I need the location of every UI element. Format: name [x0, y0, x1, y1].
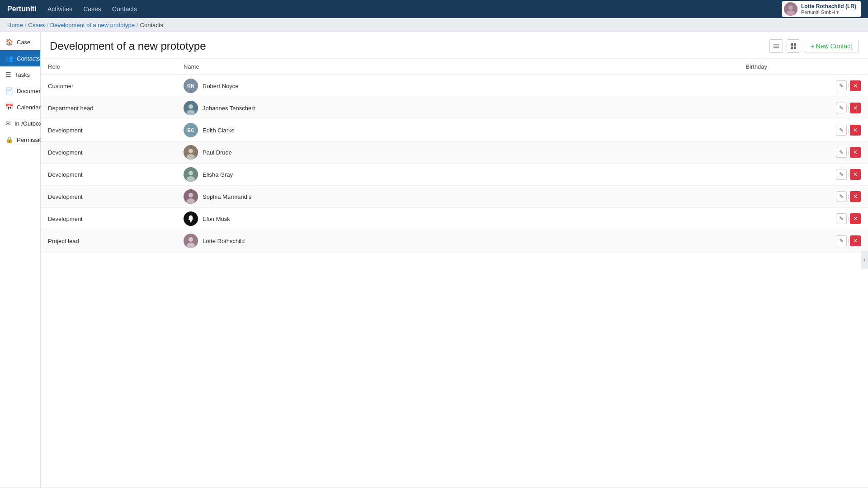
- contact-name: Elon Musk: [203, 216, 230, 222]
- breadcrumb-project[interactable]: Development of a new prototype: [50, 22, 135, 28]
- sidebar-item-documents[interactable]: 📄 Documents: [0, 83, 40, 99]
- svg-rect-8: [791, 47, 793, 49]
- case-icon: 🏠: [5, 38, 13, 46]
- svg-rect-5: [774, 47, 779, 48]
- svg-point-2: [787, 10, 795, 16]
- delete-button[interactable]: ✕: [850, 213, 861, 224]
- delete-button[interactable]: ✕: [850, 103, 861, 113]
- edit-button[interactable]: ✎: [836, 169, 847, 180]
- col-header-role: Role: [41, 59, 176, 75]
- svg-point-14: [189, 149, 193, 153]
- page-header: Development of a new prototype: [41, 32, 868, 59]
- header-actions: + New Contact: [769, 39, 859, 53]
- contact-name: Edith Clarke: [203, 127, 235, 134]
- cell-birthday: [738, 75, 829, 97]
- table-row: Development EC Edith Clarke ✎ | ✕: [41, 119, 868, 141]
- sidebar-item-calendar[interactable]: 📅 Calendar: [0, 99, 40, 115]
- sidebar-item-inbox[interactable]: ✉ In-/Outbox: [0, 115, 40, 131]
- delete-button[interactable]: ✕: [850, 191, 861, 202]
- user-company: Pertuniti GmbH ▾: [801, 9, 856, 15]
- delete-button[interactable]: ✕: [850, 80, 861, 91]
- table-row: Department head Johannes Tenschert ✎ |: [41, 97, 868, 119]
- delete-button[interactable]: ✕: [850, 235, 861, 246]
- svg-point-18: [187, 176, 195, 182]
- svg-point-17: [189, 171, 193, 175]
- svg-point-11: [189, 104, 193, 109]
- breadcrumb-cases[interactable]: Cases: [28, 22, 45, 28]
- main-layout: 🏠 Case 👥 Contacts ☰ Tasks 📄 Documents 📅 …: [0, 32, 868, 487]
- svg-rect-6: [791, 43, 793, 46]
- contact-name: Elisha Gray: [203, 171, 233, 178]
- cell-actions: ✎ | ✕: [829, 97, 868, 119]
- svg-rect-22: [190, 221, 192, 222]
- cell-name: Elisha Gray: [176, 164, 738, 186]
- svg-point-12: [187, 110, 195, 115]
- svg-rect-9: [794, 47, 796, 49]
- cell-birthday: [738, 186, 829, 208]
- nav-link-cases[interactable]: Cases: [83, 5, 101, 13]
- cell-role: Development: [41, 141, 176, 164]
- cell-actions: ✎ | ✕: [829, 164, 868, 186]
- collapse-handle[interactable]: ‹: [861, 251, 868, 269]
- delete-button[interactable]: ✕: [850, 169, 861, 180]
- sidebar: 🏠 Case 👥 Contacts ☰ Tasks 📄 Documents 📅 …: [0, 32, 41, 487]
- table-row: Development Elisha Gray ✎ | ✕: [41, 164, 868, 186]
- cell-name: Elon Musk: [176, 208, 738, 230]
- edit-button[interactable]: ✎: [836, 125, 847, 136]
- breadcrumb-home[interactable]: Home: [7, 22, 23, 28]
- table-row: Development Paul Drude ✎ | ✕: [41, 141, 868, 164]
- sidebar-item-tasks[interactable]: ☰ Tasks: [0, 66, 40, 83]
- documents-icon: 📄: [5, 87, 13, 94]
- sidebar-label-case: Case: [17, 39, 30, 46]
- sidebar-label-contacts: Contacts: [17, 55, 40, 62]
- cell-role: Project lead: [41, 230, 176, 252]
- cell-role: Development: [41, 119, 176, 141]
- delete-button[interactable]: ✕: [850, 147, 861, 158]
- edit-button[interactable]: ✎: [836, 80, 847, 91]
- contact-name: Johannes Tenschert: [203, 105, 255, 112]
- main-content: Development of a new prototype: [41, 32, 868, 487]
- svg-point-20: [189, 193, 193, 197]
- grid-view-button[interactable]: [787, 39, 800, 53]
- user-menu[interactable]: Lotte Rothschild (LR) Pertuniti GmbH ▾: [782, 1, 861, 17]
- breadcrumb-current: Contacts: [140, 22, 163, 28]
- svg-rect-7: [794, 43, 796, 46]
- edit-button[interactable]: ✎: [836, 191, 847, 202]
- user-name: Lotte Rothschild (LR): [801, 3, 856, 9]
- breadcrumb: Home / Cases / Development of a new prot…: [0, 18, 868, 32]
- col-header-name: Name: [176, 59, 738, 75]
- contact-name: Paul Drude: [203, 149, 232, 156]
- user-info: Lotte Rothschild (LR) Pertuniti GmbH ▾: [801, 3, 856, 15]
- edit-button[interactable]: ✎: [836, 213, 847, 224]
- cell-birthday: [738, 141, 829, 164]
- table-row: Development Sophia Marmaridis ✎ | ✕: [41, 186, 868, 208]
- nav-link-contacts[interactable]: Contacts: [112, 5, 137, 13]
- col-header-birthday: Birthday: [738, 59, 829, 75]
- cell-birthday: [738, 97, 829, 119]
- delete-button[interactable]: ✕: [850, 125, 861, 136]
- sidebar-label-calendar: Calendar: [17, 104, 41, 111]
- cell-actions: ✎ | ✕: [829, 186, 868, 208]
- sidebar-item-permissions[interactable]: 🔒 Permissions: [0, 131, 40, 148]
- list-view-button[interactable]: [769, 39, 783, 53]
- nav-link-activities[interactable]: Activities: [47, 5, 72, 13]
- sidebar-label-tasks: Tasks: [15, 71, 30, 78]
- edit-button[interactable]: ✎: [836, 147, 847, 158]
- brand-logo[interactable]: Pertuniti: [7, 5, 37, 13]
- new-contact-button[interactable]: + New Contact: [804, 40, 859, 52]
- cell-role: Customer: [41, 75, 176, 97]
- contact-name: Sophia Marmaridis: [203, 193, 251, 200]
- sidebar-item-case[interactable]: 🏠 Case: [0, 34, 40, 50]
- cell-birthday: [738, 119, 829, 141]
- edit-button[interactable]: ✎: [836, 103, 847, 113]
- contacts-table: Role Name Birthday Customer RN Robert No…: [41, 59, 868, 252]
- sidebar-item-contacts[interactable]: 👥 Contacts: [0, 50, 40, 66]
- cell-birthday: [738, 230, 829, 252]
- table-row: Customer RN Robert Noyce ✎ | ✕: [41, 75, 868, 97]
- cell-name: Paul Drude: [176, 141, 738, 164]
- cell-name: EC Edith Clarke: [176, 119, 738, 141]
- edit-button[interactable]: ✎: [836, 235, 847, 246]
- inbox-icon: ✉: [5, 120, 11, 127]
- cell-actions: ✎ | ✕: [829, 208, 868, 230]
- cell-role: Department head: [41, 97, 176, 119]
